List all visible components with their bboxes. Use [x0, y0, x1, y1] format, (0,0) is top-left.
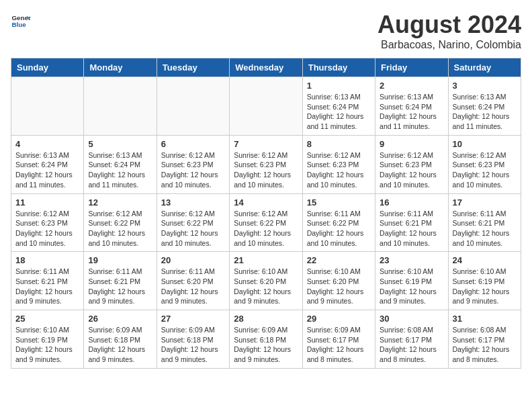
calendar-day-cell: 14Sunrise: 6:12 AM Sunset: 6:22 PM Dayli… — [230, 193, 302, 252]
day-info: Sunrise: 6:12 AM Sunset: 6:23 PM Dayligh… — [161, 150, 225, 190]
day-info: Sunrise: 6:12 AM Sunset: 6:23 PM Dayligh… — [234, 150, 298, 190]
day-number: 8 — [307, 139, 371, 149]
calendar-day-cell: 1Sunrise: 6:13 AM Sunset: 6:24 PM Daylig… — [302, 77, 375, 136]
header: General Blue August 2024 Barbacoas, Nari… — [11, 11, 521, 51]
calendar-day-cell: 3Sunrise: 6:13 AM Sunset: 6:24 PM Daylig… — [448, 77, 521, 136]
calendar-day-cell: 9Sunrise: 6:12 AM Sunset: 6:23 PM Daylig… — [375, 135, 448, 193]
calendar-week-row: 1Sunrise: 6:13 AM Sunset: 6:24 PM Daylig… — [11, 77, 521, 136]
logo: General Blue — [11, 11, 31, 31]
calendar-day-cell: 26Sunrise: 6:09 AM Sunset: 6:18 PM Dayli… — [84, 310, 157, 369]
calendar-day-cell: 27Sunrise: 6:09 AM Sunset: 6:18 PM Dayli… — [157, 310, 229, 369]
calendar-day-cell: 12Sunrise: 6:12 AM Sunset: 6:22 PM Dayli… — [84, 193, 157, 252]
calendar-day-cell: 20Sunrise: 6:11 AM Sunset: 6:20 PM Dayli… — [157, 252, 229, 310]
day-info: Sunrise: 6:11 AM Sunset: 6:21 PM Dayligh… — [15, 267, 79, 306]
day-info: Sunrise: 6:13 AM Sunset: 6:24 PM Dayligh… — [88, 150, 152, 190]
day-number: 15 — [307, 197, 371, 208]
calendar-day-cell — [157, 77, 229, 136]
calendar-day-cell: 10Sunrise: 6:12 AM Sunset: 6:23 PM Dayli… — [448, 135, 521, 193]
day-info: Sunrise: 6:10 AM Sunset: 6:19 PM Dayligh… — [453, 267, 517, 306]
day-number: 19 — [88, 255, 152, 265]
day-info: Sunrise: 6:12 AM Sunset: 6:23 PM Dayligh… — [307, 150, 371, 190]
day-number: 22 — [307, 255, 371, 265]
calendar-day-cell: 22Sunrise: 6:10 AM Sunset: 6:20 PM Dayli… — [302, 252, 375, 310]
calendar-week-row: 18Sunrise: 6:11 AM Sunset: 6:21 PM Dayli… — [11, 252, 521, 310]
day-of-week-header: Wednesday — [230, 58, 302, 77]
day-info: Sunrise: 6:09 AM Sunset: 6:18 PM Dayligh… — [161, 325, 225, 365]
day-number: 11 — [15, 197, 79, 208]
day-number: 9 — [380, 139, 443, 149]
day-info: Sunrise: 6:09 AM Sunset: 6:18 PM Dayligh… — [88, 325, 152, 365]
calendar-week-row: 4Sunrise: 6:13 AM Sunset: 6:24 PM Daylig… — [11, 135, 521, 193]
calendar-day-cell: 8Sunrise: 6:12 AM Sunset: 6:23 PM Daylig… — [302, 135, 375, 193]
day-number: 6 — [161, 139, 225, 149]
calendar-day-cell: 17Sunrise: 6:11 AM Sunset: 6:21 PM Dayli… — [448, 193, 521, 252]
calendar-day-cell: 18Sunrise: 6:11 AM Sunset: 6:21 PM Dayli… — [11, 252, 84, 310]
day-number: 31 — [453, 314, 517, 324]
day-number: 13 — [161, 197, 225, 208]
calendar-day-cell: 25Sunrise: 6:10 AM Sunset: 6:19 PM Dayli… — [11, 310, 84, 369]
day-of-week-header: Saturday — [448, 58, 521, 77]
calendar-day-cell: 7Sunrise: 6:12 AM Sunset: 6:23 PM Daylig… — [230, 135, 302, 193]
logo-icon: General Blue — [11, 11, 31, 31]
day-number: 16 — [380, 197, 443, 208]
day-number: 18 — [15, 255, 79, 265]
calendar-week-row: 25Sunrise: 6:10 AM Sunset: 6:19 PM Dayli… — [11, 310, 521, 369]
calendar-day-cell: 21Sunrise: 6:10 AM Sunset: 6:20 PM Dayli… — [230, 252, 302, 310]
calendar-day-cell — [230, 77, 302, 136]
day-number: 4 — [15, 139, 79, 149]
calendar-day-cell: 24Sunrise: 6:10 AM Sunset: 6:19 PM Dayli… — [448, 252, 521, 310]
day-info: Sunrise: 6:10 AM Sunset: 6:20 PM Dayligh… — [234, 267, 298, 306]
day-info: Sunrise: 6:12 AM Sunset: 6:22 PM Dayligh… — [161, 209, 225, 248]
day-info: Sunrise: 6:13 AM Sunset: 6:24 PM Dayligh… — [307, 92, 371, 132]
day-info: Sunrise: 6:13 AM Sunset: 6:24 PM Dayligh… — [15, 150, 79, 190]
calendar-header-row: SundayMondayTuesdayWednesdayThursdayFrid… — [11, 58, 521, 77]
day-number: 30 — [380, 314, 443, 324]
calendar-day-cell: 28Sunrise: 6:09 AM Sunset: 6:18 PM Dayli… — [230, 310, 302, 369]
day-of-week-header: Tuesday — [157, 58, 229, 77]
day-number: 17 — [453, 197, 517, 208]
day-number: 29 — [307, 314, 371, 324]
calendar-day-cell: 19Sunrise: 6:11 AM Sunset: 6:21 PM Dayli… — [84, 252, 157, 310]
day-info: Sunrise: 6:12 AM Sunset: 6:23 PM Dayligh… — [15, 209, 79, 248]
calendar-day-cell: 6Sunrise: 6:12 AM Sunset: 6:23 PM Daylig… — [157, 135, 229, 193]
day-info: Sunrise: 6:11 AM Sunset: 6:21 PM Dayligh… — [88, 267, 152, 306]
day-number: 5 — [88, 139, 152, 149]
day-info: Sunrise: 6:11 AM Sunset: 6:20 PM Dayligh… — [161, 267, 225, 306]
calendar-day-cell: 31Sunrise: 6:08 AM Sunset: 6:17 PM Dayli… — [448, 310, 521, 369]
calendar-day-cell: 29Sunrise: 6:09 AM Sunset: 6:17 PM Dayli… — [302, 310, 375, 369]
day-info: Sunrise: 6:10 AM Sunset: 6:20 PM Dayligh… — [307, 267, 371, 306]
day-number: 20 — [161, 255, 225, 265]
day-number: 3 — [453, 81, 517, 91]
day-info: Sunrise: 6:11 AM Sunset: 6:21 PM Dayligh… — [380, 209, 443, 248]
day-info: Sunrise: 6:09 AM Sunset: 6:18 PM Dayligh… — [234, 325, 298, 365]
day-info: Sunrise: 6:13 AM Sunset: 6:24 PM Dayligh… — [453, 92, 517, 132]
calendar-week-row: 11Sunrise: 6:12 AM Sunset: 6:23 PM Dayli… — [11, 193, 521, 252]
day-info: Sunrise: 6:10 AM Sunset: 6:19 PM Dayligh… — [380, 267, 443, 306]
calendar-day-cell — [11, 77, 84, 136]
day-number: 1 — [307, 81, 371, 91]
day-info: Sunrise: 6:13 AM Sunset: 6:24 PM Dayligh… — [380, 92, 443, 132]
day-info: Sunrise: 6:12 AM Sunset: 6:23 PM Dayligh… — [380, 150, 443, 190]
calendar-day-cell: 16Sunrise: 6:11 AM Sunset: 6:21 PM Dayli… — [375, 193, 448, 252]
day-info: Sunrise: 6:10 AM Sunset: 6:19 PM Dayligh… — [15, 325, 79, 365]
main-title: August 2024 — [378, 11, 521, 39]
day-info: Sunrise: 6:11 AM Sunset: 6:21 PM Dayligh… — [453, 209, 517, 248]
subtitle: Barbacoas, Narino, Colombia — [378, 39, 521, 51]
day-number: 26 — [88, 314, 152, 324]
day-number: 25 — [15, 314, 79, 324]
day-of-week-header: Friday — [375, 58, 448, 77]
svg-text:Blue: Blue — [12, 21, 27, 28]
day-info: Sunrise: 6:12 AM Sunset: 6:22 PM Dayligh… — [88, 209, 152, 248]
day-number: 7 — [234, 139, 298, 149]
day-info: Sunrise: 6:08 AM Sunset: 6:17 PM Dayligh… — [380, 325, 443, 365]
calendar-day-cell: 23Sunrise: 6:10 AM Sunset: 6:19 PM Dayli… — [375, 252, 448, 310]
day-number: 12 — [88, 197, 152, 208]
day-info: Sunrise: 6:09 AM Sunset: 6:17 PM Dayligh… — [307, 325, 371, 365]
day-of-week-header: Sunday — [11, 58, 84, 77]
calendar: SundayMondayTuesdayWednesdayThursdayFrid… — [11, 58, 521, 369]
calendar-day-cell: 30Sunrise: 6:08 AM Sunset: 6:17 PM Dayli… — [375, 310, 448, 369]
day-info: Sunrise: 6:12 AM Sunset: 6:22 PM Dayligh… — [234, 209, 298, 248]
calendar-day-cell: 5Sunrise: 6:13 AM Sunset: 6:24 PM Daylig… — [84, 135, 157, 193]
day-of-week-header: Thursday — [302, 58, 375, 77]
day-number: 23 — [380, 255, 443, 265]
